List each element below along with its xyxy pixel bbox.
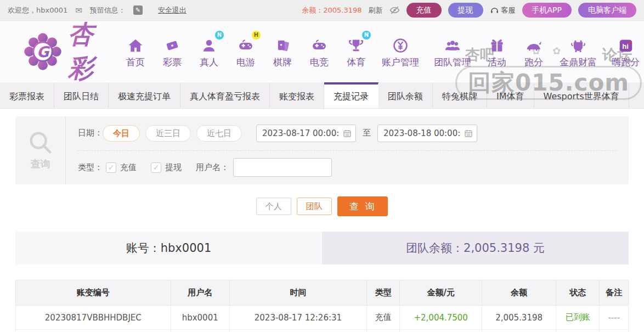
edit-icon[interactable]: ✎	[133, 5, 143, 15]
checkbox-label: 充值	[120, 162, 137, 173]
type-label: 类型：	[78, 162, 103, 173]
headphone-icon	[490, 5, 499, 15]
tab-IM体育[interactable]: IM体育	[487, 82, 534, 108]
nav-item-真人[interactable]: N真人	[198, 35, 220, 69]
calendar-icon[interactable]	[343, 129, 352, 138]
cell-balance: 2,005.3198	[482, 306, 556, 330]
col-header-备注: 备注	[600, 280, 629, 306]
rhino-icon	[526, 35, 542, 54]
tab-团队余额[interactable]: 团队余额	[379, 82, 433, 108]
cell-empty	[16, 330, 171, 332]
cell-empty	[600, 330, 629, 332]
new-badge: N	[362, 31, 371, 40]
date-label: 日期：	[78, 128, 103, 138]
range-pill-今日[interactable]: 今日	[103, 125, 140, 142]
cell-empty	[171, 330, 229, 332]
range-pill-近七日[interactable]: 近七日	[196, 125, 242, 142]
nav-item-活动[interactable]: 活动	[486, 35, 508, 69]
nav-item-跑分[interactable]: 跑分	[523, 35, 545, 69]
live-person-icon: N	[201, 35, 217, 54]
query-button[interactable]: 查 询	[337, 196, 388, 216]
reserved-info-label: 预留信息：	[90, 5, 126, 15]
table-header-row: 账变编号用户名时间类型金额/元余额状态备注	[16, 280, 629, 306]
personal-button[interactable]: 个人	[256, 198, 291, 215]
team-icon	[444, 35, 461, 54]
cell-amount: +2,004.7500	[400, 306, 482, 330]
type-checkbox-提现[interactable]: ✓提现	[151, 162, 182, 173]
table-row: 20230817VBBHHDBJEChbx00012023-08-17 12:2…	[16, 306, 629, 330]
cell-user: hbx0001	[171, 306, 229, 330]
date-to-input[interactable]	[377, 125, 477, 142]
cell-remark: ----	[600, 306, 629, 330]
brand-logo[interactable]: G 杏彩	[23, 18, 110, 86]
tab-团队日结[interactable]: 团队日结	[54, 82, 109, 108]
report-tabs: 彩票报表团队日结极速充提订单真人体育盈亏报表账变报表充提记录团队余额特兔棋牌IM…	[0, 82, 644, 109]
username-label: 用户名：	[196, 162, 229, 173]
refresh-link[interactable]: 刷新	[369, 5, 383, 15]
main-navigation: G 杏彩 首页彩票N真人H电游棋牌电竞N体育账户管理团队管理活动跑分金鼎财富hi…	[0, 21, 644, 82]
cell-time: 2023-08-17 12:26:31	[229, 306, 366, 330]
lotus-logo-icon: G	[23, 32, 63, 71]
nav-item-label: 团队管理	[434, 56, 471, 69]
nav-item-账户管理[interactable]: 账户管理	[382, 35, 419, 69]
range-pill-近三日[interactable]: 近三日	[145, 125, 191, 142]
tab-真人体育盈亏报表[interactable]: 真人体育盈亏报表	[180, 82, 270, 108]
tab-账变报表[interactable]: 账变报表	[270, 82, 324, 108]
username-input[interactable]	[233, 158, 332, 177]
nav-item-label: 电竞	[310, 56, 329, 69]
mobile-app-button[interactable]: 手机APP	[522, 3, 572, 18]
deposit-button[interactable]: 充值	[406, 3, 442, 18]
service-label: 客服	[501, 5, 516, 15]
cell-empty	[400, 330, 482, 332]
tab-充提记录[interactable]: 充提记录	[324, 82, 379, 108]
filter-search-caption: 查询	[31, 157, 50, 171]
nav-item-首页[interactable]: 首页	[125, 35, 146, 69]
nav-item-嗨跑分[interactable]: hi嗨跑分	[612, 35, 640, 69]
eye-off-icon[interactable]	[389, 5, 400, 15]
team-balance: 团队余额：2,005.3198 元	[322, 232, 629, 265]
message-icon[interactable]: ✉	[75, 5, 82, 15]
tab-极速充提订单[interactable]: 极速充提订单	[109, 82, 180, 108]
col-header-金额/元: 金额/元	[400, 280, 482, 306]
brand-name: 杏彩	[68, 18, 110, 86]
account-summary: 账号：hbx0001 团队余额：2,005.3198 元	[15, 232, 629, 265]
nav-item-彩票[interactable]: 彩票	[161, 35, 183, 69]
nav-items: 首页彩票N真人H电游棋牌电竞N体育账户管理团队管理活动跑分金鼎财富hi嗨跑分	[125, 35, 640, 69]
pc-client-button[interactable]: 电脑客户端	[578, 3, 636, 18]
cell-status: 已到账	[556, 306, 600, 330]
tab-彩票报表[interactable]: 彩票报表	[0, 82, 54, 108]
team-button[interactable]: 团队	[297, 198, 332, 215]
nav-item-label: 嗨跑分	[612, 56, 640, 69]
nav-item-体育[interactable]: N体育	[345, 35, 367, 69]
tab-特兔棋牌[interactable]: 特兔棋牌	[433, 82, 487, 108]
yuan-coin-icon	[392, 35, 409, 54]
tripod-icon	[570, 35, 586, 54]
customer-service-link[interactable]: 客服	[490, 5, 516, 15]
withdraw-button[interactable]: 提现	[448, 3, 483, 18]
type-checkbox-充值[interactable]: ✓充值	[106, 162, 137, 173]
col-header-状态: 状态	[556, 280, 600, 306]
cell-id: 20230817VBBHHDBJEC	[16, 306, 171, 330]
nav-item-label: 账户管理	[382, 56, 419, 69]
filter-panel: 查询 日期： 今日近三日近七日 至 类型： ✓充值✓提现 用户名：	[15, 116, 629, 184]
balance-text: 余额：2005.3198	[302, 5, 361, 15]
checkbox-checked-icon: ✓	[151, 162, 161, 173]
gift-icon	[489, 35, 505, 54]
new-badge: N	[215, 31, 224, 40]
col-header-账变编号: 账变编号	[16, 280, 171, 306]
nav-item-金鼎财富[interactable]: 金鼎财富	[560, 35, 597, 69]
nav-item-棋牌[interactable]: 棋牌	[272, 35, 293, 69]
nav-item-label: 棋牌	[273, 56, 292, 69]
tab-Wesports世界体育[interactable]: Wesports世界体育	[534, 82, 629, 108]
calendar-icon[interactable]	[464, 129, 473, 138]
nav-item-电竞[interactable]: 电竞	[308, 35, 330, 69]
home-icon	[127, 35, 144, 54]
date-from-input[interactable]	[256, 125, 356, 142]
nav-item-label: 金鼎财富	[560, 56, 597, 69]
hi-icon: hi	[618, 35, 634, 54]
action-buttons: 个人 团队 查 询	[0, 196, 644, 216]
gamepad-icon: H	[238, 35, 254, 54]
nav-item-团队管理[interactable]: 团队管理	[434, 35, 471, 69]
logout-link[interactable]: 安全退出	[158, 5, 187, 15]
nav-item-电游[interactable]: H电游	[235, 35, 257, 69]
